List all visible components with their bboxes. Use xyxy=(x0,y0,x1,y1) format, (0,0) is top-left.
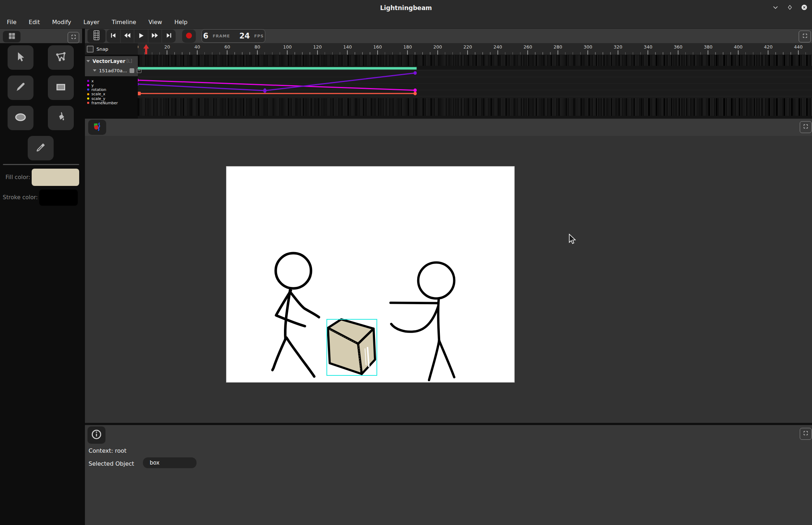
keyframe-curves-area[interactable] xyxy=(138,55,812,119)
property-row-scale_x[interactable]: scale_x xyxy=(87,92,118,96)
stroke-color-row: Stroke color: xyxy=(0,189,78,206)
menu-item-help[interactable]: Help xyxy=(168,16,193,29)
menu-item-timeline[interactable]: Timeline xyxy=(105,16,142,29)
expand-icon xyxy=(802,33,808,40)
property-name: rotation xyxy=(91,88,106,92)
frame-label: FRAME xyxy=(213,34,230,38)
maximize-button[interactable] xyxy=(785,4,794,12)
grid-icon xyxy=(8,32,16,41)
layer-curve-toggle-button[interactable]: ~ xyxy=(137,68,141,73)
rewind-icon xyxy=(123,31,131,41)
layout-grid-button[interactable] xyxy=(3,31,21,42)
property-color-dot xyxy=(87,84,89,86)
menu-item-layer[interactable]: Layer xyxy=(77,16,106,29)
timeline-tab-button[interactable] xyxy=(87,29,105,43)
ruler-label-200: 200 xyxy=(433,44,442,50)
context-text: Context: root xyxy=(89,447,126,454)
layer-frame-span[interactable] xyxy=(138,67,417,70)
menu-item-file[interactable]: File xyxy=(1,16,23,29)
stroke-color-swatch[interactable] xyxy=(39,190,78,206)
transport-controls xyxy=(107,29,176,43)
stroke-color-label: Stroke color: xyxy=(0,194,38,201)
property-row-x[interactable]: x xyxy=(87,79,118,83)
property-row-frameNumber[interactable]: frameNumber xyxy=(87,101,118,105)
ruler-label-400: 400 xyxy=(734,44,743,50)
playhead[interactable] xyxy=(143,44,150,56)
ruler-label-20: 20 xyxy=(164,44,170,50)
property-name: y xyxy=(91,83,94,87)
cursor-icon xyxy=(14,51,27,64)
property-name: scale_y xyxy=(91,97,105,101)
frame-value: 6 xyxy=(203,32,208,40)
snap-label: Snap xyxy=(96,46,108,52)
layer-row-vectorlayer[interactable]: VectorLayer [L] xyxy=(86,57,132,65)
expand-icon xyxy=(803,430,808,437)
info-expand-button[interactable] xyxy=(800,428,812,440)
property-color-dot xyxy=(87,88,89,91)
property-row-scale_y[interactable]: scale_y xyxy=(87,96,118,101)
app-window: Lightningbeam FileEditModifyLayerTimelin… xyxy=(0,0,812,525)
timeline-expand-button[interactable] xyxy=(799,31,811,42)
eyedropper-tool[interactable] xyxy=(28,136,54,160)
keyframe-point[interactable] xyxy=(263,88,266,93)
sidebar-expand-button[interactable] xyxy=(68,32,79,43)
pencil-tool[interactable] xyxy=(8,76,33,100)
keyframe-point[interactable] xyxy=(414,92,417,95)
stick-figure-left xyxy=(272,253,319,376)
shapes-icon xyxy=(93,122,102,133)
rectangle-tool[interactable] xyxy=(48,76,74,100)
keyframe-point[interactable] xyxy=(138,92,141,95)
info-tab-button[interactable] xyxy=(87,426,105,444)
ellipse-tool[interactable] xyxy=(8,106,33,130)
play-button[interactable] xyxy=(134,29,148,43)
ruler-label-100: 100 xyxy=(283,44,292,50)
paint-bucket-tool[interactable] xyxy=(48,106,74,130)
info-panel xyxy=(85,425,812,525)
selected-object-value[interactable]: box xyxy=(143,457,197,468)
property-color-dot xyxy=(87,97,89,100)
skip-end-icon xyxy=(165,32,173,41)
ellipse-icon xyxy=(14,111,27,125)
keyframe-point[interactable] xyxy=(138,82,139,86)
canvas-header xyxy=(85,119,812,136)
transform-icon xyxy=(55,51,67,64)
ruler-label-220: 220 xyxy=(464,44,472,50)
chevron-down-icon[interactable] xyxy=(86,60,90,62)
canvas-tab-button[interactable] xyxy=(88,120,106,135)
rewind-button[interactable] xyxy=(121,29,135,43)
layer-row-child[interactable]: 151ad70a... ~ xyxy=(93,66,141,75)
box-object xyxy=(328,319,375,374)
mouse-cursor xyxy=(568,234,577,246)
property-row-y[interactable]: y xyxy=(87,83,118,87)
record-button[interactable] xyxy=(182,29,196,43)
chevron-down-icon[interactable] xyxy=(93,69,96,72)
window-title: Lightningbeam xyxy=(0,0,812,16)
select-tool[interactable] xyxy=(8,45,33,70)
minimize-button[interactable] xyxy=(771,4,780,12)
rectangle-icon xyxy=(55,81,67,95)
layer-name: VectorLayer xyxy=(93,58,125,64)
frame-fps-display[interactable]: 6 FRAME 24 FPS xyxy=(202,29,265,43)
transform-tool[interactable] xyxy=(48,45,74,70)
skip-end-button[interactable] xyxy=(162,29,176,43)
fast-forward-button[interactable] xyxy=(148,29,162,43)
stage-canvas[interactable] xyxy=(226,166,514,382)
canvas-expand-button[interactable] xyxy=(800,121,812,133)
snap-checkbox[interactable] xyxy=(87,46,94,52)
skip-start-button[interactable] xyxy=(107,29,121,43)
eyedropper-icon xyxy=(35,142,46,155)
keyframe-point[interactable] xyxy=(414,88,417,92)
keyframe-point[interactable] xyxy=(138,78,139,82)
menu-item-modify[interactable]: Modify xyxy=(46,16,77,29)
paint-bucket-icon xyxy=(55,111,67,124)
ruler-label-180: 180 xyxy=(403,44,412,50)
snap-row: Snap xyxy=(85,43,138,55)
fill-color-swatch[interactable] xyxy=(32,169,79,186)
close-button[interactable] xyxy=(800,4,808,12)
menu-item-view[interactable]: View xyxy=(142,16,168,29)
layer-visibility-button[interactable] xyxy=(130,68,134,73)
menu-item-edit[interactable]: Edit xyxy=(23,16,46,29)
keyframe-point[interactable] xyxy=(414,71,417,75)
property-row-rotation[interactable]: rotation xyxy=(87,87,118,92)
film-icon xyxy=(93,30,100,42)
